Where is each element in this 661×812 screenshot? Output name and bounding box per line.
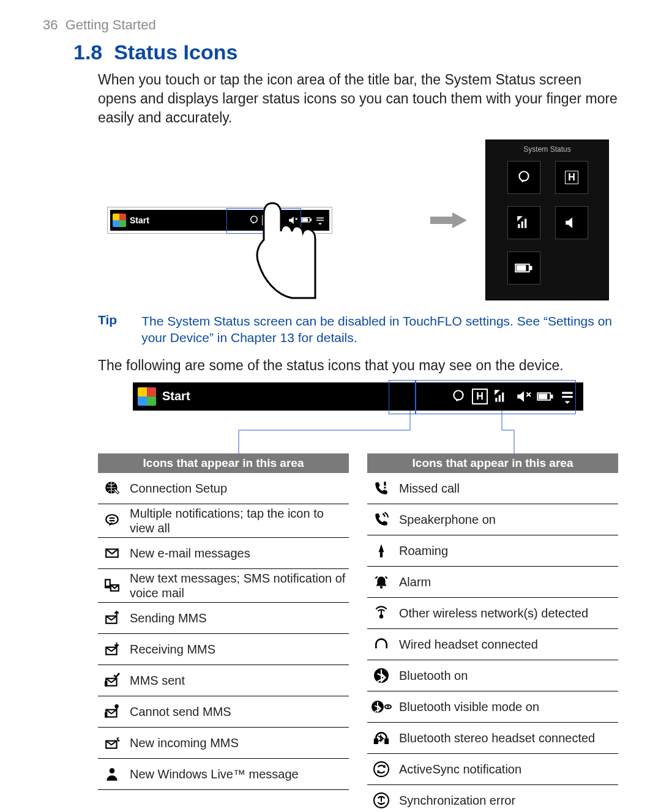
svg-rect-59 bbox=[386, 739, 388, 743]
tip-row: Tip The System Status screen can be disa… bbox=[98, 313, 618, 346]
row-label: Bluetooth visible mode on bbox=[399, 699, 616, 714]
tip-label: Tip bbox=[98, 313, 117, 346]
row-label: New text messages; SMS notification of v… bbox=[130, 571, 346, 600]
svg-point-48 bbox=[110, 768, 115, 773]
table-row: Other wireless network(s) detected bbox=[367, 598, 618, 629]
mms-down-icon bbox=[100, 641, 124, 657]
mms-check-icon bbox=[100, 672, 124, 688]
svg-point-60 bbox=[374, 762, 389, 777]
svg-rect-19 bbox=[523, 266, 526, 270]
table-row: Synchronization error bbox=[367, 785, 618, 812]
panel-grid: H bbox=[507, 161, 587, 285]
row-label: Roaming bbox=[399, 543, 616, 558]
globe-wrench-icon bbox=[100, 480, 124, 496]
panel-notify-icon bbox=[507, 161, 540, 194]
svg-point-63 bbox=[381, 803, 383, 805]
sync-error-icon bbox=[370, 792, 393, 808]
svg-rect-29 bbox=[562, 392, 572, 393]
svg-rect-16 bbox=[530, 267, 532, 270]
panel-title: System Status bbox=[523, 145, 570, 154]
row-label: Alarm bbox=[399, 575, 616, 589]
row-label: Wired headset connected bbox=[399, 637, 616, 652]
svg-rect-30 bbox=[562, 396, 572, 398]
table-row: Cannot send MMS bbox=[98, 696, 349, 728]
svg-rect-12 bbox=[518, 224, 520, 228]
svg-rect-32 bbox=[114, 488, 119, 493]
bluetooth-icon bbox=[370, 668, 393, 683]
right-rows: Missed callSpeakerphone onRoamingAlarmOt… bbox=[367, 473, 618, 812]
svg-rect-28 bbox=[545, 394, 547, 398]
table-row: Receiving MMS bbox=[98, 634, 349, 665]
svg-rect-23 bbox=[502, 392, 504, 401]
row-label: New incoming MMS bbox=[130, 736, 346, 750]
svg-point-46 bbox=[115, 705, 118, 707]
table-row: Sending MMS bbox=[98, 603, 349, 634]
bluetooth-visible-icon bbox=[370, 699, 393, 715]
titlebar-large-wrap: Start H bbox=[98, 382, 618, 411]
svg-point-52 bbox=[380, 586, 383, 588]
left-header: Icons that appear in this area bbox=[98, 453, 349, 473]
left-column: Icons that appear in this area Connectio… bbox=[98, 453, 349, 812]
table-row: Connection Setup bbox=[98, 473, 349, 504]
hand-icon bbox=[248, 197, 321, 301]
row-label: Sending MMS bbox=[130, 611, 346, 625]
titlebar-large: Start H bbox=[133, 382, 583, 411]
row-label: Bluetooth on bbox=[399, 668, 616, 683]
notify-icon bbox=[450, 388, 467, 405]
svg-rect-27 bbox=[542, 394, 544, 398]
table-row: Multiple notifications; tap the icon to … bbox=[98, 504, 349, 538]
phone-envelope-icon bbox=[100, 578, 124, 594]
table-row: Alarm bbox=[367, 567, 618, 598]
start-label: Start bbox=[130, 215, 149, 225]
table-row: Roaming bbox=[367, 535, 618, 567]
svg-point-50 bbox=[384, 486, 386, 488]
mms-up-icon bbox=[100, 610, 124, 626]
svg-rect-45 bbox=[105, 712, 107, 718]
signal-icon bbox=[493, 388, 510, 405]
battery-icon bbox=[537, 388, 554, 405]
menu-icon bbox=[559, 388, 576, 405]
system-status-panel: System Status H bbox=[485, 140, 609, 300]
svg-rect-26 bbox=[539, 394, 542, 398]
svg-rect-13 bbox=[521, 222, 523, 228]
svg-rect-49 bbox=[384, 482, 386, 486]
table-row: MMS sent bbox=[98, 665, 349, 696]
intro-paragraph: When you touch or tap the icon area of t… bbox=[98, 70, 618, 127]
table-row: Bluetooth visible mode on bbox=[367, 691, 618, 723]
panel-h-icon: H bbox=[555, 161, 588, 194]
svg-rect-38 bbox=[106, 586, 109, 587]
alarm-icon bbox=[370, 574, 393, 590]
svg-rect-22 bbox=[499, 395, 501, 402]
table-row: Missed call bbox=[367, 473, 618, 504]
person-icon bbox=[100, 766, 124, 782]
envelope-icon bbox=[100, 545, 124, 561]
row-label: MMS sent bbox=[130, 673, 346, 688]
svg-point-53 bbox=[380, 615, 383, 617]
mms-fail-icon bbox=[100, 704, 124, 720]
table-row: New Windows Live™ message bbox=[98, 759, 349, 790]
start-label: Start bbox=[162, 389, 190, 403]
table-row: ActiveSync notification bbox=[367, 754, 618, 785]
svg-rect-18 bbox=[520, 266, 523, 270]
h-icon: H bbox=[472, 389, 488, 404]
arrow-icon bbox=[430, 212, 467, 228]
following-paragraph: The following are some of the status ico… bbox=[98, 357, 618, 374]
svg-rect-21 bbox=[495, 398, 497, 402]
activesync-icon bbox=[370, 761, 393, 777]
connector-lines bbox=[98, 411, 630, 453]
right-column: Icons that appear in this area Missed ca… bbox=[367, 453, 618, 812]
row-label: Bluetooth stereo headset connected bbox=[399, 731, 616, 745]
row-label: Cannot send MMS bbox=[130, 704, 346, 719]
panel-battery-icon bbox=[507, 251, 540, 285]
table-row: New text messages; SMS notification of v… bbox=[98, 569, 349, 603]
speakerphone-icon bbox=[370, 512, 393, 527]
table-row: Speakerphone on bbox=[367, 504, 618, 535]
volume-icon bbox=[515, 388, 532, 405]
highlight-box-left bbox=[389, 380, 416, 414]
missed-call-icon bbox=[370, 480, 393, 496]
row-label: ActiveSync notification bbox=[399, 762, 616, 777]
table-row: New e-mail messages bbox=[98, 538, 349, 569]
panel-volume-icon bbox=[555, 206, 588, 239]
svg-rect-62 bbox=[381, 796, 382, 802]
row-label: New Windows Live™ message bbox=[130, 767, 346, 781]
